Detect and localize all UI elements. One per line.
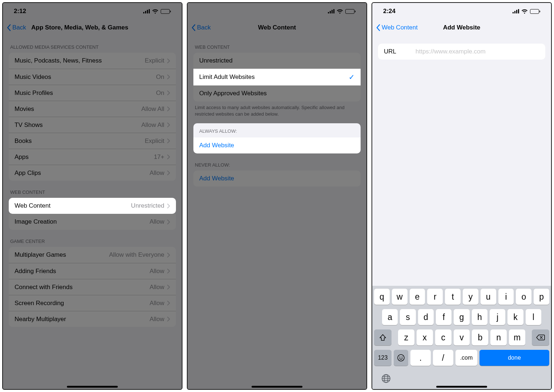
key-t[interactable]: t xyxy=(445,289,461,305)
chevron-right-icon xyxy=(167,139,170,143)
status-indicators xyxy=(513,9,540,14)
wifi-icon xyxy=(521,9,528,14)
key-h[interactable]: h xyxy=(472,309,487,325)
page-title: Web Content xyxy=(191,24,363,31)
add-website-never[interactable]: Add Website xyxy=(193,171,361,187)
key-j[interactable]: j xyxy=(490,309,505,325)
key-z[interactable]: z xyxy=(398,329,414,345)
key-r[interactable]: r xyxy=(427,289,443,305)
row-label: Image Creation xyxy=(15,218,149,225)
row-detail: Allow xyxy=(149,284,164,291)
content-scroll[interactable]: WEB CONTENT Unrestricted Limit Adult Web… xyxy=(188,36,366,389)
row-detail: On xyxy=(156,89,164,97)
battery-icon xyxy=(530,9,540,14)
key-b[interactable]: b xyxy=(472,329,488,345)
url-input[interactable] xyxy=(415,48,539,56)
key-f[interactable]: f xyxy=(436,309,451,325)
battery-icon xyxy=(161,9,171,14)
key-c[interactable]: c xyxy=(435,329,451,345)
key-d[interactable]: d xyxy=(418,309,434,325)
section-header-media: ALLOWED MEDIA SERVICES CONTENT xyxy=(3,36,182,53)
key-y[interactable]: y xyxy=(463,289,478,305)
key-k[interactable]: k xyxy=(507,309,523,325)
row-label: Multiplayer Games xyxy=(15,251,109,259)
period-key[interactable]: . xyxy=(410,350,431,366)
section-header-always-allow: ALWAYS ALLOW: xyxy=(193,123,361,137)
option-limit-adult-highlighted[interactable]: Limit Adult Websites ✓ xyxy=(193,69,361,85)
settings-row[interactable]: Music ProfilesOn xyxy=(9,85,176,101)
key-e[interactable]: e xyxy=(410,289,425,305)
key-p[interactable]: p xyxy=(534,289,549,305)
image-creation-row[interactable]: Image Creation Allow xyxy=(9,214,176,230)
shift-icon xyxy=(379,334,386,341)
option-unrestricted-group: Unrestricted xyxy=(193,53,361,69)
numbers-key[interactable]: 123 xyxy=(374,350,392,366)
done-key[interactable]: done xyxy=(479,350,549,366)
row-label: Music Videos xyxy=(15,73,156,81)
settings-row[interactable]: Adding FriendsAllow xyxy=(9,263,176,279)
settings-row[interactable]: App ClipsAllow xyxy=(9,165,176,181)
always-allow-group: Add Website xyxy=(193,137,361,153)
back-label: Back xyxy=(12,24,26,31)
content-scroll[interactable]: URL xyxy=(372,36,551,286)
web-group-rest: Image Creation Allow xyxy=(9,214,176,230)
key-a[interactable]: a xyxy=(382,309,398,325)
back-button[interactable]: Back xyxy=(7,24,26,31)
cellular-icon xyxy=(328,9,334,13)
shift-key[interactable] xyxy=(374,329,392,345)
option-only-approved[interactable]: Only Approved Websites xyxy=(193,85,361,101)
key-v[interactable]: v xyxy=(454,329,470,345)
key-g[interactable]: g xyxy=(454,309,469,325)
chevron-right-icon xyxy=(167,204,170,208)
row-label: Music, Podcasts, News, Fitness xyxy=(15,57,145,64)
key-u[interactable]: u xyxy=(481,289,496,305)
settings-row[interactable]: MoviesAllow All xyxy=(9,101,176,117)
emoji-key[interactable] xyxy=(394,350,408,366)
settings-row[interactable]: Screen RecordingAllow xyxy=(9,295,176,311)
screen-web-content: Back Web Content WEB CONTENT Unrestricte… xyxy=(187,2,367,390)
key-l[interactable]: l xyxy=(526,309,541,325)
option-unrestricted[interactable]: Unrestricted xyxy=(193,53,361,69)
home-indicator[interactable] xyxy=(252,386,302,388)
settings-row[interactable]: Connect with FriendsAllow xyxy=(9,279,176,295)
globe-icon[interactable] xyxy=(381,374,391,385)
back-button[interactable]: Back xyxy=(191,24,211,31)
chevron-right-icon xyxy=(167,301,170,305)
slash-key[interactable]: / xyxy=(433,350,453,366)
home-indicator[interactable] xyxy=(436,386,487,388)
never-allow-group: Add Website xyxy=(193,171,361,187)
add-website-always[interactable]: Add Website xyxy=(193,137,361,153)
url-field-row[interactable]: URL xyxy=(378,44,545,60)
key-q[interactable]: q xyxy=(374,289,390,305)
settings-row[interactable]: Nearby MultiplayerAllow xyxy=(9,311,176,327)
content-scroll[interactable]: ALLOWED MEDIA SERVICES CONTENT Music, Po… xyxy=(3,36,182,389)
dotcom-key[interactable]: .com xyxy=(455,350,477,366)
add-website-link: Add Website xyxy=(199,175,355,182)
backspace-key[interactable] xyxy=(532,329,549,345)
settings-row[interactable]: BooksExplicit xyxy=(9,133,176,149)
settings-row[interactable]: Apps17+ xyxy=(9,149,176,165)
settings-row[interactable]: Music VideosOn xyxy=(9,69,176,85)
chevron-right-icon xyxy=(167,253,170,257)
key-m[interactable]: m xyxy=(509,329,525,345)
home-indicator[interactable] xyxy=(67,386,118,388)
row-label: Screen Recording xyxy=(15,300,149,307)
row-detail: Allow xyxy=(149,268,164,275)
settings-row[interactable]: Multiplayer GamesAllow with Everyone xyxy=(9,247,176,263)
status-indicators xyxy=(328,9,356,14)
key-w[interactable]: w xyxy=(392,289,408,305)
key-s[interactable]: s xyxy=(400,309,416,325)
back-button[interactable]: Web Content xyxy=(376,24,418,31)
svg-point-0 xyxy=(398,355,404,361)
settings-row[interactable]: Music, Podcasts, News, FitnessExplicit xyxy=(9,53,176,69)
key-i[interactable]: i xyxy=(498,289,514,305)
status-bar: 2:24 xyxy=(372,3,551,20)
key-n[interactable]: n xyxy=(490,329,507,345)
gamecenter-group: Multiplayer GamesAllow with EveryoneAddi… xyxy=(9,247,176,327)
row-label: Web Content xyxy=(15,202,131,209)
key-x[interactable]: x xyxy=(417,329,433,345)
settings-row[interactable]: TV ShowsAllow All xyxy=(9,117,176,133)
key-o[interactable]: o xyxy=(516,289,531,305)
web-content-row-highlighted[interactable]: Web Content Unrestricted xyxy=(9,198,176,214)
option-label: Unrestricted xyxy=(199,57,355,64)
